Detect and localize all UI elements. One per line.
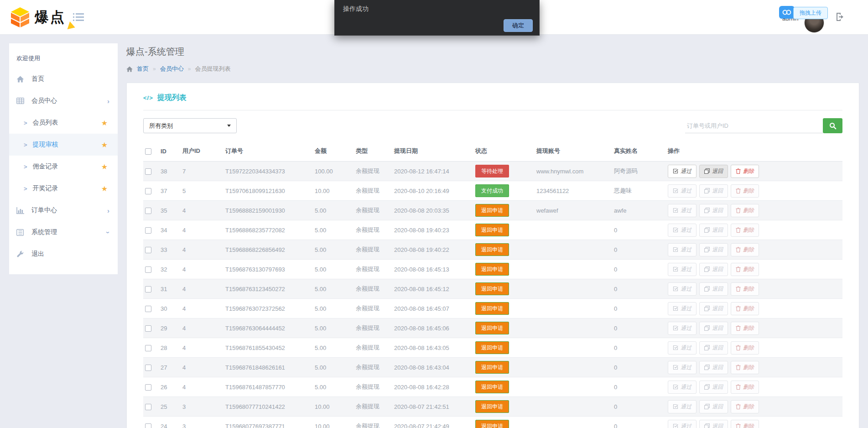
star-icon[interactable]: ★ bbox=[101, 141, 108, 149]
delete-button[interactable]: 删除 bbox=[731, 381, 759, 394]
breadcrumb-item[interactable]: 首页 bbox=[137, 65, 149, 73]
approve-button[interactable]: 通过 bbox=[668, 302, 696, 315]
search-input[interactable] bbox=[685, 119, 823, 133]
row-checkbox[interactable] bbox=[145, 325, 151, 332]
return-button[interactable]: 退回 bbox=[699, 224, 728, 237]
approve-button[interactable]: 通过 bbox=[668, 400, 696, 413]
approve-button[interactable]: 通过 bbox=[668, 263, 696, 276]
sidebar-item-member-center[interactable]: 会员中心› bbox=[9, 90, 118, 112]
star-icon[interactable]: ★ bbox=[101, 184, 108, 193]
dialog-confirm-button[interactable]: 确定 bbox=[504, 19, 533, 32]
sidebar-item-lottery-records[interactable]: >开奖记录★ bbox=[9, 177, 118, 199]
row-amount: 10.00 bbox=[313, 417, 354, 428]
sidebar-item-system-management[interactable]: 系统管理› bbox=[9, 221, 118, 243]
approve-button[interactable]: 通过 bbox=[668, 184, 696, 198]
row-order-no: T15968868226856492 bbox=[223, 240, 313, 260]
approve-button[interactable]: 通过 bbox=[668, 420, 696, 428]
approve-button[interactable]: 通过 bbox=[668, 341, 696, 355]
delete-button[interactable]: 删除 bbox=[731, 302, 759, 315]
approve-button[interactable]: 通过 bbox=[668, 243, 696, 256]
return-button[interactable]: 退回 bbox=[699, 302, 728, 315]
star-icon[interactable]: ★ bbox=[101, 119, 108, 127]
delete-button[interactable]: 删除 bbox=[731, 263, 759, 276]
delete-button[interactable]: 删除 bbox=[731, 420, 759, 428]
row-checkbox[interactable] bbox=[145, 423, 151, 428]
star-icon[interactable]: ★ bbox=[101, 162, 108, 171]
sidebar-item-withdraw-audit[interactable]: >提现审核★ bbox=[9, 134, 118, 156]
cloud-upload-button[interactable] bbox=[779, 6, 795, 19]
row-checkbox[interactable] bbox=[145, 345, 151, 351]
row-checkbox[interactable] bbox=[145, 306, 151, 312]
row-status-cell: 退回申请 bbox=[473, 260, 535, 279]
sidebar-item-label: 开奖记录 bbox=[33, 184, 58, 193]
menu-toggle-icon[interactable] bbox=[73, 12, 84, 21]
delete-button[interactable]: 删除 bbox=[731, 224, 759, 237]
row-real-name: 0 bbox=[612, 377, 666, 397]
approve-button[interactable]: 通过 bbox=[668, 224, 696, 237]
row-actions-cell: 通过退回删除 bbox=[666, 377, 842, 397]
category-select[interactable]: 所有类别 bbox=[143, 118, 237, 133]
approve-icon bbox=[673, 365, 678, 370]
row-checkbox[interactable] bbox=[145, 208, 151, 214]
row-checkbox[interactable] bbox=[145, 168, 151, 175]
sidebar-item-member-list[interactable]: >会员列表★ bbox=[9, 112, 118, 134]
delete-button[interactable]: 删除 bbox=[731, 204, 759, 217]
row-checkbox[interactable] bbox=[145, 266, 151, 273]
sidebar-item-home[interactable]: 首页 bbox=[9, 68, 118, 90]
return-button[interactable]: 退回 bbox=[699, 263, 728, 276]
search-button[interactable] bbox=[823, 118, 842, 133]
breadcrumb-item[interactable]: 会员中心 bbox=[160, 65, 184, 73]
delete-button[interactable]: 删除 bbox=[731, 322, 759, 335]
delete-button[interactable]: 删除 bbox=[731, 184, 759, 198]
delete-icon bbox=[736, 247, 741, 252]
sidebar-item-logout[interactable]: 退出 bbox=[9, 243, 118, 265]
select-all-checkbox[interactable] bbox=[145, 148, 151, 155]
return-button[interactable]: 退回 bbox=[699, 204, 728, 217]
return-button[interactable]: 退回 bbox=[699, 341, 728, 355]
row-checkbox[interactable] bbox=[145, 247, 151, 253]
sidebar-item-commission-records[interactable]: >佣金记录★ bbox=[9, 156, 118, 177]
row-checkbox[interactable] bbox=[145, 384, 151, 391]
return-button[interactable]: 退回 bbox=[699, 322, 728, 335]
logout-icon[interactable] bbox=[835, 12, 845, 22]
return-button[interactable]: 退回 bbox=[699, 184, 728, 198]
approve-button[interactable]: 通过 bbox=[668, 381, 696, 394]
return-button[interactable]: 退回 bbox=[699, 420, 728, 428]
delete-button[interactable]: 删除 bbox=[731, 282, 759, 296]
page-title: 爆点-系统管理 bbox=[126, 46, 859, 58]
sidebar-item-order-center[interactable]: 订单中心› bbox=[9, 199, 118, 221]
row-id: 28 bbox=[159, 338, 181, 358]
return-button[interactable]: 退回 bbox=[699, 381, 728, 394]
approve-button[interactable]: 通过 bbox=[668, 204, 696, 217]
row-date: 2020-08-08 16:45:07 bbox=[392, 299, 473, 318]
approve-button[interactable]: 通过 bbox=[668, 165, 696, 178]
cloud-icon bbox=[782, 9, 791, 16]
row-checkbox[interactable] bbox=[145, 188, 151, 194]
approve-button[interactable]: 通过 bbox=[668, 322, 696, 335]
row-checkbox[interactable] bbox=[145, 227, 151, 234]
approve-icon bbox=[673, 286, 678, 292]
row-checkbox[interactable] bbox=[145, 286, 151, 292]
approve-button[interactable]: 通过 bbox=[668, 361, 696, 374]
delete-button[interactable]: 删除 bbox=[731, 165, 759, 178]
delete-button[interactable]: 删除 bbox=[731, 243, 759, 256]
row-id: 25 bbox=[159, 397, 181, 417]
drag-upload-button[interactable]: 拖拽上传 bbox=[793, 7, 828, 19]
sidebar-item-label: 会员列表 bbox=[33, 119, 58, 127]
row-checkbox[interactable] bbox=[145, 404, 151, 410]
row-account: wefawef bbox=[535, 201, 612, 220]
row-select-cell bbox=[143, 260, 159, 279]
return-button[interactable]: 退回 bbox=[699, 400, 728, 413]
delete-button[interactable]: 删除 bbox=[731, 361, 759, 374]
delete-button[interactable]: 删除 bbox=[731, 341, 759, 355]
return-icon bbox=[704, 345, 710, 350]
return-button[interactable]: 退回 bbox=[699, 165, 728, 178]
return-button[interactable]: 退回 bbox=[699, 361, 728, 374]
approve-button[interactable]: 通过 bbox=[668, 282, 696, 296]
column-header: 订单号 bbox=[223, 142, 313, 162]
return-button[interactable]: 退回 bbox=[699, 282, 728, 296]
return-button[interactable]: 退回 bbox=[699, 243, 728, 256]
delete-button[interactable]: 删除 bbox=[731, 400, 759, 413]
row-checkbox[interactable] bbox=[145, 365, 151, 371]
row-type: 余额提现 bbox=[354, 201, 392, 220]
